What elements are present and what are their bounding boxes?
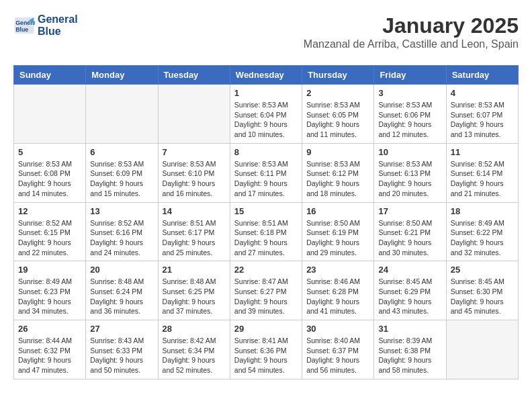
day-info: Sunrise: 8:46 AM Sunset: 6:28 PM Dayligh… [306,277,369,316]
day-number: 2 [306,88,369,98]
calendar-day-cell: 5Sunrise: 8:53 AM Sunset: 6:08 PM Daylig… [14,143,86,202]
calendar-day-cell: 28Sunrise: 8:42 AM Sunset: 6:34 PM Dayli… [158,320,230,379]
day-number: 10 [378,147,441,157]
calendar-day-cell: 1Sunrise: 8:53 AM Sunset: 6:04 PM Daylig… [230,85,302,144]
calendar-day-cell [446,320,518,379]
day-info: Sunrise: 8:53 AM Sunset: 6:08 PM Dayligh… [18,159,81,199]
calendar-day-cell: 17Sunrise: 8:50 AM Sunset: 6:21 PM Dayli… [374,202,446,261]
calendar-day-cell: 8Sunrise: 8:53 AM Sunset: 6:11 PM Daylig… [230,143,302,202]
day-info: Sunrise: 8:53 AM Sunset: 6:10 PM Dayligh… [163,159,226,199]
svg-text:Blue: Blue [15,26,28,32]
day-info: Sunrise: 8:52 AM Sunset: 6:14 PM Dayligh… [451,159,514,199]
location-title: Manzanal de Arriba, Castille and Leon, S… [304,38,519,50]
day-info: Sunrise: 8:47 AM Sunset: 6:27 PM Dayligh… [234,277,298,316]
calendar-day-cell: 9Sunrise: 8:53 AM Sunset: 6:12 PM Daylig… [302,143,374,202]
logo-line1: General [38,13,78,26]
day-number: 24 [378,265,441,275]
day-info: Sunrise: 8:49 AM Sunset: 6:23 PM Dayligh… [18,277,81,316]
calendar-day-cell: 19Sunrise: 8:49 AM Sunset: 6:23 PM Dayli… [14,261,86,320]
day-info: Sunrise: 8:50 AM Sunset: 6:21 PM Dayligh… [378,218,441,258]
calendar-day-cell [158,85,230,144]
day-number: 7 [163,147,226,157]
page-header: General Blue General Blue January 2025 M… [13,13,519,60]
calendar-day-cell: 3Sunrise: 8:53 AM Sunset: 6:06 PM Daylig… [374,85,446,144]
calendar-week-row: 5Sunrise: 8:53 AM Sunset: 6:08 PM Daylig… [14,143,519,202]
day-number: 20 [90,265,153,275]
day-number: 17 [378,206,441,216]
logo-icon: General Blue [13,16,35,35]
day-info: Sunrise: 8:53 AM Sunset: 6:11 PM Dayligh… [234,159,298,199]
day-info: Sunrise: 8:43 AM Sunset: 6:33 PM Dayligh… [90,336,153,375]
calendar-day-cell: 13Sunrise: 8:52 AM Sunset: 6:16 PM Dayli… [86,202,158,261]
day-number: 6 [90,147,153,157]
day-info: Sunrise: 8:45 AM Sunset: 6:30 PM Dayligh… [451,277,514,316]
month-title: January 2025 [304,13,519,38]
day-info: Sunrise: 8:48 AM Sunset: 6:25 PM Dayligh… [163,277,226,316]
calendar-day-cell: 11Sunrise: 8:52 AM Sunset: 6:14 PM Dayli… [446,143,518,202]
calendar-day-cell: 14Sunrise: 8:51 AM Sunset: 6:17 PM Dayli… [158,202,230,261]
day-number: 1 [234,88,298,98]
logo-line2: Blue [38,26,78,38]
day-number: 14 [163,206,226,216]
day-info: Sunrise: 8:48 AM Sunset: 6:24 PM Dayligh… [90,277,153,316]
column-header-monday: Monday [86,66,158,85]
day-number: 16 [306,206,369,216]
column-header-saturday: Saturday [446,66,518,85]
day-number: 15 [234,206,298,216]
calendar-day-cell: 29Sunrise: 8:41 AM Sunset: 6:36 PM Dayli… [230,320,302,379]
calendar-day-cell: 10Sunrise: 8:53 AM Sunset: 6:13 PM Dayli… [374,143,446,202]
day-number: 18 [451,206,514,216]
calendar-day-cell: 18Sunrise: 8:49 AM Sunset: 6:22 PM Dayli… [446,202,518,261]
day-number: 4 [451,88,514,98]
day-info: Sunrise: 8:52 AM Sunset: 6:15 PM Dayligh… [18,218,81,258]
day-info: Sunrise: 8:53 AM Sunset: 6:12 PM Dayligh… [306,159,369,199]
calendar-day-cell: 2Sunrise: 8:53 AM Sunset: 6:05 PM Daylig… [302,85,374,144]
calendar-header-row: SundayMondayTuesdayWednesdayThursdayFrid… [14,66,519,85]
calendar-day-cell: 23Sunrise: 8:46 AM Sunset: 6:28 PM Dayli… [302,261,374,320]
day-number: 27 [90,324,153,334]
calendar-day-cell: 7Sunrise: 8:53 AM Sunset: 6:10 PM Daylig… [158,143,230,202]
day-info: Sunrise: 8:44 AM Sunset: 6:32 PM Dayligh… [18,336,81,375]
day-number: 28 [163,324,226,334]
calendar-day-cell: 24Sunrise: 8:45 AM Sunset: 6:29 PM Dayli… [374,261,446,320]
calendar-day-cell: 21Sunrise: 8:48 AM Sunset: 6:25 PM Dayli… [158,261,230,320]
day-info: Sunrise: 8:51 AM Sunset: 6:18 PM Dayligh… [234,218,298,258]
day-number: 13 [90,206,153,216]
calendar-week-row: 19Sunrise: 8:49 AM Sunset: 6:23 PM Dayli… [14,261,519,320]
calendar-day-cell: 25Sunrise: 8:45 AM Sunset: 6:30 PM Dayli… [446,261,518,320]
column-header-friday: Friday [374,66,446,85]
day-info: Sunrise: 8:42 AM Sunset: 6:34 PM Dayligh… [163,336,226,375]
day-info: Sunrise: 8:51 AM Sunset: 6:17 PM Dayligh… [163,218,226,258]
calendar-day-cell: 16Sunrise: 8:50 AM Sunset: 6:19 PM Dayli… [302,202,374,261]
calendar-day-cell: 20Sunrise: 8:48 AM Sunset: 6:24 PM Dayli… [86,261,158,320]
day-number: 3 [378,88,441,98]
calendar-week-row: 26Sunrise: 8:44 AM Sunset: 6:32 PM Dayli… [14,320,519,379]
calendar-day-cell: 26Sunrise: 8:44 AM Sunset: 6:32 PM Dayli… [14,320,86,379]
day-number: 9 [306,147,369,157]
logo: General Blue General Blue [13,13,78,37]
title-section: January 2025 Manzanal de Arriba, Castill… [304,13,519,57]
calendar-day-cell: 15Sunrise: 8:51 AM Sunset: 6:18 PM Dayli… [230,202,302,261]
calendar-day-cell: 12Sunrise: 8:52 AM Sunset: 6:15 PM Dayli… [14,202,86,261]
column-header-wednesday: Wednesday [230,66,302,85]
day-number: 25 [451,265,514,275]
calendar-day-cell: 30Sunrise: 8:40 AM Sunset: 6:37 PM Dayli… [302,320,374,379]
day-number: 31 [378,324,441,334]
calendar-table: SundayMondayTuesdayWednesdayThursdayFrid… [13,65,519,379]
calendar-day-cell [86,85,158,144]
day-number: 22 [234,265,298,275]
day-info: Sunrise: 8:53 AM Sunset: 6:07 PM Dayligh… [451,100,514,140]
calendar-week-row: 1Sunrise: 8:53 AM Sunset: 6:04 PM Daylig… [14,85,519,144]
column-header-thursday: Thursday [302,66,374,85]
day-info: Sunrise: 8:53 AM Sunset: 6:05 PM Dayligh… [306,100,369,140]
day-info: Sunrise: 8:53 AM Sunset: 6:06 PM Dayligh… [378,100,441,140]
day-info: Sunrise: 8:40 AM Sunset: 6:37 PM Dayligh… [306,336,369,375]
day-info: Sunrise: 8:53 AM Sunset: 6:09 PM Dayligh… [90,159,153,199]
calendar-day-cell: 6Sunrise: 8:53 AM Sunset: 6:09 PM Daylig… [86,143,158,202]
day-number: 21 [163,265,226,275]
column-header-tuesday: Tuesday [158,66,230,85]
day-info: Sunrise: 8:45 AM Sunset: 6:29 PM Dayligh… [378,277,441,316]
day-info: Sunrise: 8:41 AM Sunset: 6:36 PM Dayligh… [234,336,298,375]
calendar-day-cell: 31Sunrise: 8:39 AM Sunset: 6:38 PM Dayli… [374,320,446,379]
day-number: 30 [306,324,369,334]
